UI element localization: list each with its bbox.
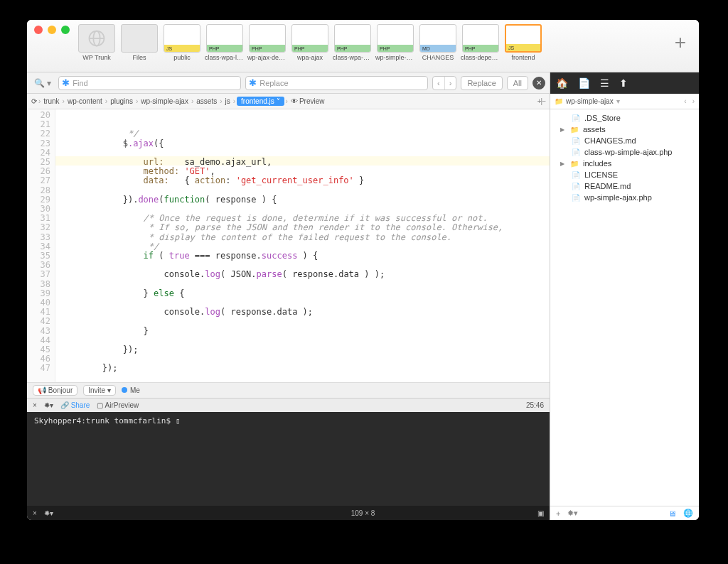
local-icon[interactable]: 🖥: [668, 509, 676, 518]
file-item-wp-simple-ajax-php[interactable]: 📄wp-simple-ajax.php: [550, 192, 699, 203]
collab-bar: 📢 Bonjour Invite ▾ Me: [27, 382, 550, 398]
airpreview-button[interactable]: ▢ AirPreview: [97, 401, 139, 409]
find-nav-buttons: ‹›: [432, 76, 456, 90]
file-item-readme-md[interactable]: 📄README.md: [550, 180, 699, 192]
replace-input[interactable]: ✱Replace: [245, 76, 428, 90]
tab-changes[interactable]: MDCHANGES: [418, 24, 458, 61]
crumb-preview[interactable]: 👁 Preview: [289, 97, 326, 105]
globe-icon: [87, 28, 107, 48]
crumb-assets[interactable]: assets: [195, 97, 218, 105]
terminal-close-icon[interactable]: ×: [33, 509, 37, 517]
zoom-window-button[interactable]: [61, 26, 70, 34]
tab-wp-ajax-demo[interactable]: PHPwp-ajax-demo: [247, 24, 287, 61]
crumb-wp-simple-ajax[interactable]: wp-simple-ajax: [139, 97, 190, 105]
file-item-changes-md[interactable]: 📄CHANGES.md: [550, 135, 699, 146]
panel-footer: + ✸▾ 🖥 🌐: [550, 506, 699, 520]
terminal-status-bar: × ✸▾ 109 × 8 ▣: [27, 506, 550, 520]
terminal-tab-bar: × ✸▾ 🔗 Share ▢ AirPreview 25:46: [27, 398, 550, 412]
terminal-timer: 25:46: [526, 401, 544, 409]
file-item-license[interactable]: 📄LICENSE: [550, 169, 699, 180]
find-next-button[interactable]: ›: [445, 77, 456, 90]
home-icon[interactable]: 🏠: [556, 77, 568, 89]
file-browser-panel: 🏠 📄 ☰ ⬆ 📁 wp-simple-ajax▾ ‹› 📄.DS_Store▶…: [550, 72, 699, 520]
folder-icon: 📁: [555, 97, 563, 105]
main-row: 🔍 ▾ ✱Find ✱Replace ‹› Replace All ✕ ⟳ ›t…: [27, 72, 699, 520]
new-tab-button[interactable]: +: [675, 24, 692, 54]
regex-icon: ✱: [62, 77, 70, 88]
crumb-wp-content[interactable]: wp-content: [66, 97, 104, 105]
find-prev-button[interactable]: ‹: [433, 77, 445, 90]
nav-back-button[interactable]: ‹: [684, 97, 686, 105]
file-item-assets[interactable]: ▶📁assets: [550, 124, 699, 135]
folder-name[interactable]: wp-simple-ajax: [566, 97, 614, 105]
file-settings-button[interactable]: ✸▾: [567, 509, 578, 518]
file-tree: 📄.DS_Store▶📁assets📄CHANGES.md📄class-wp-s…: [550, 109, 699, 506]
terminal-close-button[interactable]: ×: [33, 401, 37, 409]
publish-icon[interactable]: ⬆: [619, 77, 628, 89]
tab-wp-simple-ajax[interactable]: PHPwp-simple-ajax: [375, 24, 415, 61]
tab-files[interactable]: Files: [119, 24, 159, 61]
invite-button[interactable]: Invite ▾: [83, 385, 116, 396]
crumb-js[interactable]: js: [224, 97, 232, 105]
window-controls: [34, 24, 70, 34]
find-input[interactable]: ✱Find: [58, 76, 241, 90]
crumb-plugins[interactable]: plugins: [109, 97, 134, 105]
close-find-button[interactable]: ✕: [532, 77, 545, 90]
minimize-window-button[interactable]: [48, 26, 56, 34]
file-item-class-wp-simple-ajax-php[interactable]: 📄class-wp-simple-ajax.php: [550, 146, 699, 158]
crumb-frontend-js[interactable]: frontend.js ˅: [237, 97, 284, 106]
search-icon[interactable]: 🔍 ▾: [31, 78, 54, 88]
replace-button[interactable]: Replace: [461, 76, 502, 90]
find-toolbar: 🔍 ▾ ✱Find ✱Replace ‹› Replace All ✕: [27, 72, 550, 94]
tab-class-dependency[interactable]: PHPclass-dependency-: [461, 24, 500, 61]
tab-wp-trunk[interactable]: WP Trunk: [77, 24, 117, 61]
terminal-dimensions: 109 × 8: [351, 509, 375, 517]
share-button[interactable]: 🔗 Share: [60, 401, 90, 409]
refresh-icon[interactable]: ⟳: [31, 97, 37, 105]
file-item-includes[interactable]: ▶📁includes: [550, 158, 699, 169]
crumb-trunk[interactable]: trunk: [42, 97, 60, 105]
regex-icon: ✱: [249, 77, 257, 88]
terminal-prompt: Skyhopper4:trunk tommcfarlin$ ▯: [34, 416, 542, 425]
tab-public[interactable]: JSpublic: [162, 24, 202, 61]
terminal[interactable]: Skyhopper4:trunk tommcfarlin$ ▯: [27, 412, 550, 506]
outline-icon[interactable]: ☰: [600, 77, 609, 89]
editor-column: 🔍 ▾ ✱Find ✱Replace ‹› Replace All ✕ ⟳ ›t…: [27, 72, 550, 520]
tab-class-wpa-example[interactable]: PHPclass-wpa-example: [333, 24, 373, 61]
bonjour-button[interactable]: 📢 Bonjour: [33, 385, 77, 396]
tab-class-wpa-loader[interactable]: PHPclass-wpa-loader: [205, 24, 245, 61]
tab-wpa-ajax[interactable]: PHPwpa-ajax: [290, 24, 330, 61]
close-window-button[interactable]: [34, 26, 43, 34]
breadcrumb: ⟳ ›trunk ›wp-content ›plugins ›wp-simple…: [27, 94, 550, 109]
panel-nav: 🏠 📄 ☰ ⬆: [550, 72, 699, 94]
terminal-gear-icon[interactable]: ✸▾: [44, 509, 53, 517]
file-breadcrumb: 📁 wp-simple-ajax▾ ‹›: [550, 94, 699, 109]
files-icon[interactable]: 📄: [578, 77, 590, 89]
file-item--ds-store[interactable]: 📄.DS_Store: [550, 112, 699, 124]
remote-icon[interactable]: 🌐: [683, 509, 693, 518]
add-file-button[interactable]: +: [556, 509, 560, 518]
app-window: WP Trunk Files JSpublic PHPclass-wpa-loa…: [27, 20, 699, 520]
titlebar: WP Trunk Files JSpublic PHPclass-wpa-loa…: [27, 20, 699, 72]
split-toggle[interactable]: +|−: [537, 97, 545, 105]
line-gutter: 20 21 22 23 24 25 26 27 28 29 30 31 32 3…: [27, 109, 55, 382]
replace-all-button[interactable]: All: [507, 76, 528, 90]
tab-frontend[interactable]: JSfrontend: [503, 24, 543, 61]
terminal-settings-button[interactable]: ✸▾: [44, 401, 53, 409]
nav-forward-button[interactable]: ›: [692, 97, 695, 105]
terminal-expand-icon[interactable]: ▣: [537, 509, 544, 517]
code-content[interactable]: */ $.ajax({ url: sa_demo.ajax_url, metho…: [55, 109, 550, 382]
document-tabs: WP Trunk Files JSpublic PHPclass-wpa-loa…: [77, 24, 675, 61]
me-indicator: Me: [122, 386, 140, 394]
code-editor[interactable]: 20 21 22 23 24 25 26 27 28 29 30 31 32 3…: [27, 109, 550, 382]
